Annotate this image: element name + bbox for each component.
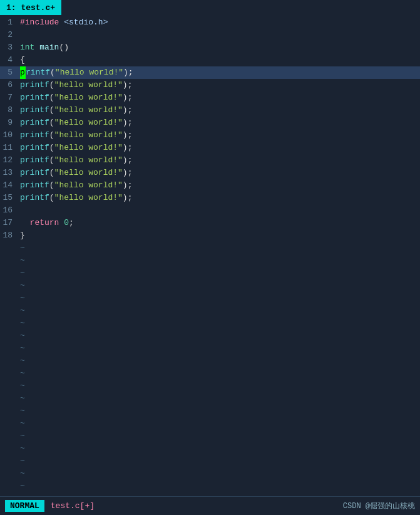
line-content: #include <stdio.h> (18, 16, 108, 29)
code-area[interactable]: 1#include <stdio.h>23int main()4{5printf… (0, 15, 420, 496)
tilde-char: ~ (18, 455, 25, 467)
code-line: 9printf("hello world!"); (0, 117, 420, 129)
tilde-char: ~ (18, 442, 25, 455)
tilde-char: ~ (18, 380, 25, 392)
code-line: 16 (0, 204, 420, 217)
line-number: 9 (0, 117, 18, 129)
tilde-line: ~ (0, 405, 420, 417)
line-content: printf("hello world!"); (18, 129, 132, 142)
tilde-char: ~ (18, 304, 25, 317)
code-line: 5printf("hello world!"); (0, 66, 420, 79)
line-content: return 0; (18, 217, 74, 229)
tilde-line: ~ (0, 392, 420, 405)
tilde-line: ~ (0, 455, 420, 467)
tilde-line: ~ (0, 330, 420, 342)
tilde-line: ~ (0, 417, 420, 430)
tilde-char: ~ (18, 467, 25, 480)
tilde-line: ~ (0, 367, 420, 380)
tilde-line: ~ (0, 317, 420, 330)
tilde-char: ~ (18, 267, 25, 279)
line-content: printf("hello world!"); (18, 192, 132, 204)
line-content: printf("hello world!"); (18, 117, 132, 129)
line-number: 14 (0, 179, 18, 192)
line-number: 18 (0, 229, 18, 242)
tilde-line: ~ (0, 430, 420, 442)
line-number: 5 (0, 66, 18, 79)
line-number: 11 (0, 142, 18, 154)
line-number: 3 (0, 41, 18, 54)
tilde-char: ~ (18, 292, 25, 304)
tilde-char: ~ (18, 317, 25, 330)
tilde-line: ~ (0, 279, 420, 292)
tilde-char: ~ (18, 254, 25, 267)
line-number: 13 (0, 167, 18, 179)
code-line: 2 (0, 29, 420, 41)
line-content: { (18, 54, 25, 66)
code-line: 7printf("hello world!"); (0, 91, 420, 104)
tilde-char: ~ (18, 242, 25, 254)
line-number: 7 (0, 91, 18, 104)
line-content: printf("hello world!"); (18, 79, 132, 91)
file-status: test.c[+] (51, 501, 95, 511)
tilde-char: ~ (18, 417, 25, 430)
code-line: 3int main() (0, 41, 420, 54)
tilde-char: ~ (18, 480, 25, 492)
tilde-char: ~ (18, 355, 25, 367)
tilde-char: ~ (18, 405, 25, 417)
code-line: 8printf("hello world!"); (0, 104, 420, 117)
line-number: 10 (0, 129, 18, 142)
tilde-line: ~ (0, 342, 420, 355)
active-tab[interactable]: 1: test.c+ (0, 0, 61, 15)
watermark: CSDN @倔强的山核桃 (343, 501, 415, 511)
code-line: 17 return 0; (0, 217, 420, 229)
tilde-line: ~ (0, 480, 420, 492)
tilde-char: ~ (18, 342, 25, 355)
line-content: printf("hello world!"); (18, 167, 132, 179)
line-number: 8 (0, 104, 18, 117)
code-line: 4{ (0, 54, 420, 66)
tilde-line: ~ (0, 442, 420, 455)
tilde-line: ~ (0, 242, 420, 254)
tilde-char: ~ (18, 330, 25, 342)
tilde-line: ~ (0, 380, 420, 392)
tilde-line: ~ (0, 467, 420, 480)
editor-container: 1: test.c+ 1#include <stdio.h>23int main… (0, 0, 420, 515)
code-line: 15printf("hello world!"); (0, 192, 420, 204)
tilde-line: ~ (0, 254, 420, 267)
line-content: printf("hello world!"); (18, 91, 132, 104)
line-content: printf("hello world!"); (18, 142, 132, 154)
tilde-line: ~ (0, 355, 420, 367)
code-line: 11printf("hello world!"); (0, 142, 420, 154)
code-line: 10printf("hello world!"); (0, 129, 420, 142)
line-number: 12 (0, 154, 18, 167)
line-content: printf("hello world!"); (18, 154, 132, 167)
line-content: } (18, 229, 25, 242)
code-line: 12printf("hello world!"); (0, 154, 420, 167)
line-number: 15 (0, 192, 18, 204)
tilde-char: ~ (18, 430, 25, 442)
line-content: printf("hello world!"); (18, 179, 132, 192)
mode-badge: NORMAL (5, 500, 44, 512)
line-number: 17 (0, 217, 18, 229)
line-number: 2 (0, 29, 18, 41)
line-content: printf("hello world!"); (18, 104, 132, 117)
tilde-char: ~ (18, 392, 25, 405)
tab-bar: 1: test.c+ (0, 0, 420, 15)
tilde-char: ~ (18, 367, 25, 380)
code-line: 13printf("hello world!"); (0, 167, 420, 179)
tilde-line: ~ (0, 292, 420, 304)
line-content: int main() (18, 41, 69, 54)
code-line: 14printf("hello world!"); (0, 179, 420, 192)
tilde-line: ~ (0, 267, 420, 279)
tilde-char: ~ (18, 279, 25, 292)
tilde-line: ~ (0, 304, 420, 317)
code-line: 18} (0, 229, 420, 242)
line-number: 4 (0, 54, 18, 66)
code-line: 6printf("hello world!"); (0, 79, 420, 91)
status-bar: NORMAL test.c[+] CSDN @倔强的山核桃 (0, 496, 420, 515)
line-number: 1 (0, 16, 18, 29)
line-content: printf("hello world!"); (18, 66, 133, 79)
line-number: 16 (0, 204, 18, 217)
line-number: 6 (0, 79, 18, 91)
code-line: 1#include <stdio.h> (0, 16, 420, 29)
